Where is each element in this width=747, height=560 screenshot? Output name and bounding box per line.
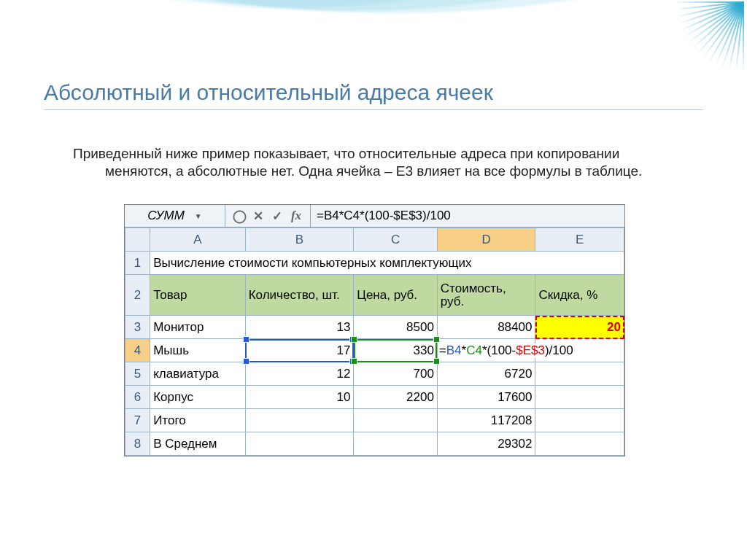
cell-D6[interactable]: 17600 [437,386,535,409]
body-paragraph: Приведенный ниже пример показывает, что … [73,145,689,180]
header-tovar[interactable]: Товар [150,275,246,316]
table-row: 5 клавиатура 12 700 6720 [125,362,624,386]
slide-body: Приведенный ниже пример показывает, что … [73,131,689,194]
cell-B6[interactable]: 10 [245,386,354,409]
formula-input[interactable]: =B4*C4*(100-$E$3)/100 [311,205,624,227]
name-box-value: СУММ [147,209,185,223]
header-cost[interactable]: Стоимость, руб. [437,275,535,316]
cell-E3[interactable]: 20 [535,316,624,339]
table-row: 1 Вычисление стоимости компьютерных комп… [125,252,624,275]
formula-bar: СУММ ▼ ◯ ✕ ✓ fx =B4*C4*(100-$E$3)/100 [125,205,624,228]
col-header-C[interactable]: C [354,228,438,252]
col-header-D[interactable]: D [437,228,535,252]
cell-A1-merged[interactable]: Вычисление стоимости компьютерных компле… [150,252,624,275]
selection-handle[interactable] [243,358,249,365]
spreadsheet-screenshot: СУММ ▼ ◯ ✕ ✓ fx =B4*C4*(100-$E$3)/100 A … [124,204,625,456]
cell-C4-value: 330 [413,343,433,357]
cell-D4-formula: =B4*C4*(100-$E$3)/100 [439,343,578,358]
row-header-4[interactable]: 4 [125,339,150,362]
cell-A5[interactable]: клавиатура [150,362,246,386]
cell-A4[interactable]: Мышь [150,339,246,362]
cell-B8[interactable] [245,432,354,456]
cell-B5[interactable]: 12 [245,362,354,386]
cell-A6[interactable]: Корпус [150,386,246,409]
cell-C3[interactable]: 8500 [354,316,438,339]
cell-D4[interactable]: =B4*C4*(100-$E$3)/100 [437,339,535,362]
cell-D3[interactable]: 88400 [437,316,535,339]
row-header-3[interactable]: 3 [125,316,150,339]
cell-C7[interactable] [354,409,438,432]
cell-B7[interactable] [245,409,354,432]
cell-B4[interactable]: 17 [245,339,354,362]
name-box[interactable]: СУММ ▼ [125,205,225,227]
cell-C8[interactable] [354,432,438,456]
row-header-2[interactable]: 2 [125,275,150,316]
header-discount[interactable]: Скидка, % [535,275,624,316]
cell-C6[interactable]: 2200 [354,386,438,409]
cell-E8[interactable] [535,432,624,456]
cell-A7[interactable]: Итого [150,409,246,432]
table-row: 7 Итого 117208 [125,409,624,432]
cell-D5[interactable]: 6720 [437,362,535,386]
title-underline [44,109,703,110]
fx-icon[interactable]: fx [290,209,303,223]
cell-E6[interactable] [535,386,624,409]
table-row: 2 Товар Количество, шт. Цена, руб. Стоим… [125,275,624,316]
name-box-dropdown-icon[interactable]: ▼ [195,212,202,220]
slide-title: Абсолютный и относительный адреса ячеек [44,80,703,105]
col-header-B[interactable]: B [245,228,354,252]
col-header-E[interactable]: E [535,228,624,252]
cell-A3[interactable]: Монитор [150,316,246,339]
selection-handle[interactable] [351,336,357,343]
col-header-A[interactable]: A [150,228,246,252]
row-header-7[interactable]: 7 [125,409,150,432]
row-header-5[interactable]: 5 [125,362,150,386]
cell-B4-value: 17 [336,343,350,357]
cell-E7[interactable] [535,409,624,432]
cell-A8[interactable]: В Среднем [150,432,246,456]
enter-icon[interactable]: ✓ [271,209,284,224]
decorative-corner-fan [670,0,747,77]
table-row: 6 Корпус 10 2200 17600 [125,386,624,409]
spreadsheet-grid: A B C D E 1 Вычисление стоимости компьют… [125,228,624,456]
header-price[interactable]: Цена, руб. [354,275,438,316]
circle-icon[interactable]: ◯ [233,209,246,224]
column-header-row: A B C D E [125,228,624,252]
row-header-1[interactable]: 1 [125,252,150,275]
cell-D8[interactable]: 29302 [437,432,535,456]
table-row: 4 Мышь 17 330 =B4*C4*(100-$E$3)/100 [125,339,624,362]
formula-controls: ◯ ✕ ✓ fx [225,205,311,227]
decorative-wave [0,0,747,73]
table-row: 3 Монитор 13 8500 88400 20 [125,316,624,339]
header-qty[interactable]: Количество, шт. [245,275,354,316]
cancel-icon[interactable]: ✕ [252,209,265,224]
table-row: 8 В Среднем 29302 [125,432,624,456]
selection-handle[interactable] [351,358,357,365]
cell-D7[interactable]: 117208 [437,409,535,432]
cell-C5[interactable]: 700 [354,362,438,386]
cell-B3[interactable]: 13 [245,316,354,339]
cell-E5[interactable] [535,362,624,386]
selection-handle[interactable] [243,336,249,343]
row-header-8[interactable]: 8 [125,432,150,456]
cell-C4[interactable]: 330 [354,339,438,362]
row-header-6[interactable]: 6 [125,386,150,409]
select-all-corner[interactable] [125,228,150,252]
